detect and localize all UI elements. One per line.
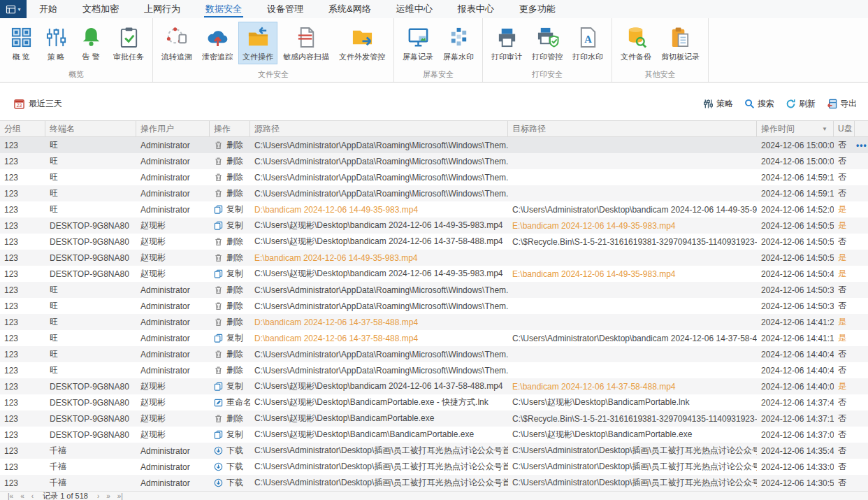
table-row[interactable]: 123旺Administrator删除C:\Users\Administrato… [0, 362, 868, 378]
first-page-button[interactable]: |« [4, 492, 17, 500]
column-label: 终端名 [50, 123, 75, 135]
table-row[interactable]: 123千禧Administrator下载C:\Users\Administrat… [0, 475, 868, 491]
table-row[interactable]: 123旺Administrator删除C:\Users\Administrato… [0, 185, 868, 201]
prev-block-button[interactable]: « [17, 492, 28, 500]
cell-source-path: C:\Users\赵现彬\Desktop\bandicam 2024-12-06… [250, 380, 508, 392]
operation-label: 删除 [226, 236, 243, 248]
search-action-button[interactable]: 搜索 [744, 98, 774, 110]
cell-operation: 复制 [210, 203, 250, 215]
ribbon-item-label: 文件备份 [621, 52, 651, 62]
column-header-time[interactable]: 操作时间▼ [757, 121, 834, 136]
menu-tab-设备管理[interactable]: 设备管理 [254, 0, 316, 18]
cell-group: 123 [0, 446, 45, 456]
ribbon-item-策略[interactable]: 策 略 [39, 22, 73, 64]
ribbon-item-label: 泄密追踪 [202, 52, 233, 62]
date-range-filter[interactable]: 23 最近三天 [14, 98, 62, 110]
ribbon-item-文件操作[interactable]: 文件操作 [238, 22, 277, 64]
table-row[interactable]: 123DESKTOP-9G8NA80赵现彬复制C:\Users\赵现彬\Desk… [0, 217, 868, 234]
column-header-usb[interactable]: U盘 [834, 121, 855, 136]
menu-tab-上网行为[interactable]: 上网行为 [131, 0, 193, 18]
cell-usb: 是 [834, 316, 855, 328]
table-row[interactable]: 123DESKTOP-9G8NA80赵现彬删除E:\bandicam 2024-… [0, 250, 868, 266]
last-page-button[interactable]: »| [114, 492, 126, 500]
refresh-action-button[interactable]: 刷新 [786, 98, 816, 110]
ribbon-item-文件备份[interactable]: 文件备份 [616, 22, 656, 64]
prev-page-button[interactable]: ‹ [28, 492, 37, 500]
cell-operation: 删除 [210, 413, 250, 424]
column-header-group[interactable]: 分组 [0, 121, 45, 136]
menu-tab-更多功能[interactable]: 更多功能 [507, 0, 568, 18]
ribbon-item-概览[interactable]: 概 览 [4, 22, 38, 64]
table-row[interactable]: 123DESKTOP-9G8NA80赵现彬删除C:\Users\赵现彬\Desk… [0, 410, 868, 427]
table-row[interactable]: 123旺Administrator删除C:\Users\Administrato… [0, 169, 868, 185]
operation-label: 删除 [226, 187, 243, 199]
ribbon-item-剪切板记录[interactable]: 剪切板记录 [657, 22, 704, 64]
delete-icon [214, 173, 223, 182]
table-row[interactable]: 123DESKTOP-9G8NA80赵现彬重命名C:\Users\赵现彬\Des… [0, 394, 868, 410]
row-actions-menu[interactable]: ••• [855, 141, 867, 150]
column-header-dst[interactable]: 目标路径 [508, 121, 757, 136]
operation-label: 删除 [226, 284, 243, 296]
cell-user: 赵现彬 [136, 220, 210, 231]
table-row[interactable]: 123旺Administrator复制D:\bandicam 2024-12-0… [0, 330, 868, 346]
table-row[interactable]: 123旺Administrator复制D:\bandicam 2024-12-0… [0, 201, 868, 217]
sliders-action-button[interactable]: 策略 [703, 98, 733, 110]
table-row[interactable]: 123旺Administrator删除C:\Users\Administrato… [0, 346, 868, 362]
ribbon-item-敏感内容扫描[interactable]: 敏感内容扫描 [279, 22, 333, 64]
cell-usb: 否 [834, 155, 855, 167]
ribbon-item-告警[interactable]: 告 警 [74, 22, 108, 64]
next-page-button[interactable]: › [94, 492, 103, 500]
cell-target-path: C:\Users\Administrator\Desktop\插画\员工被打耳光… [508, 445, 757, 457]
table-row[interactable]: 123千禧Administrator下载C:\Users\Administrat… [0, 443, 868, 459]
table-row[interactable]: 123旺Administrator删除D:\bandicam 2024-12-0… [0, 314, 868, 330]
menu-tab-系统&网络[interactable]: 系统&网络 [316, 0, 384, 18]
column-label: 分组 [4, 123, 21, 135]
column-header-terminal[interactable]: 终端名 [45, 121, 136, 136]
ribbon-item-屏幕记录[interactable]: 屏幕记录 [398, 22, 437, 64]
ribbon-item-打印审计[interactable]: 打印审计 [487, 22, 526, 64]
ribbon-item-label: 流转追溯 [161, 52, 192, 62]
table-row[interactable]: 123旺Administrator删除C:\Users\Administrato… [0, 298, 868, 314]
column-header-user[interactable]: 操作用户 [136, 121, 210, 136]
table-row[interactable]: 123旺Administrator删除C:\Users\Administrato… [0, 137, 868, 153]
next-block-button[interactable]: » [103, 492, 114, 500]
ribbon-item-流转追溯[interactable]: 流转追溯 [157, 22, 196, 64]
table-row[interactable]: 123DESKTOP-9G8NA80赵现彬复制C:\Users\赵现彬\Desk… [0, 427, 868, 443]
ribbon-item-打印管控[interactable]: 打印管控 [528, 22, 567, 64]
ribbon-item-文件外发管控[interactable]: 文件外发管控 [335, 22, 389, 64]
cell-usb: 否 [834, 429, 855, 441]
ribbon-item-审批任务[interactable]: 审批任务 [109, 22, 148, 64]
menu-tab-文档加密[interactable]: 文档加密 [70, 0, 131, 18]
refresh-icon [786, 99, 796, 109]
sort-desc-icon[interactable]: ▼ [822, 126, 829, 132]
menu-tab-开始[interactable]: 开始 [27, 0, 70, 18]
table-row[interactable]: 123DESKTOP-9G8NA80赵现彬复制C:\Users\赵现彬\Desk… [0, 266, 868, 282]
table-row[interactable]: 123旺Administrator删除C:\Users\Administrato… [0, 282, 868, 298]
overview-icon [10, 26, 33, 49]
ribbon-item-泄密追踪[interactable]: 泄密追踪 [198, 22, 237, 64]
table-row[interactable]: 123千禧Administrator下载C:\Users\Administrat… [0, 459, 868, 475]
table-row[interactable]: 123DESKTOP-9G8NA80赵现彬复制C:\Users\赵现彬\Desk… [0, 378, 868, 394]
ribbon-item-打印水印[interactable]: A打印水印 [568, 22, 607, 64]
cell-terminal: 旺 [45, 348, 136, 360]
cell-operation: 重命名 [210, 397, 250, 408]
table-row[interactable]: 123旺Administrator删除C:\Users\Administrato… [0, 153, 868, 169]
cell-group: 123 [0, 237, 45, 247]
export-action-button[interactable]: 导出 [827, 98, 857, 110]
menu-tab-报表中心[interactable]: 报表中心 [445, 0, 507, 18]
grid-rows: 123旺Administrator删除C:\Users\Administrato… [0, 137, 868, 491]
menu-tab-运维中心[interactable]: 运维中心 [384, 0, 445, 18]
ribbon-item-屏幕水印[interactable]: 屏幕水印 [439, 22, 478, 64]
cell-operation: 删除 [210, 139, 250, 151]
calendar-icon: 23 [14, 99, 24, 109]
column-header-src[interactable]: 源路径 [250, 121, 508, 136]
column-header-op[interactable]: 操作 [210, 121, 250, 136]
ribbon-item-label: 屏幕记录 [403, 52, 433, 62]
app-menu-button[interactable]: ▾ [0, 0, 27, 18]
copy-icon [214, 334, 223, 343]
menu-tab-数据安全[interactable]: 数据安全 [193, 0, 254, 18]
cell-time: 2024-12-06 14:41:20 [757, 317, 834, 327]
cell-terminal: 旺 [45, 364, 136, 376]
toolbar: 23 最近三天 策略搜索刷新导出 [0, 93, 868, 114]
table-row[interactable]: 123DESKTOP-9G8NA80赵现彬删除C:\Users\赵现彬\Desk… [0, 234, 868, 250]
